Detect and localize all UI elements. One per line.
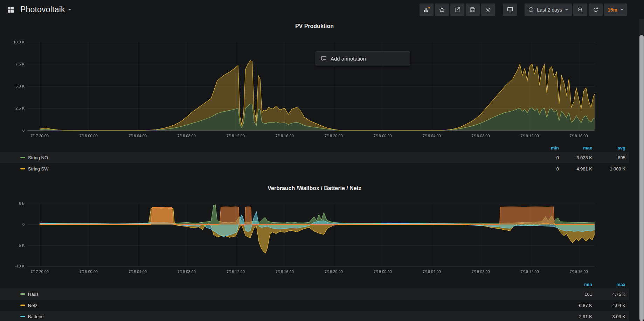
- series-name: Batterie: [28, 314, 44, 319]
- refresh-interval-button[interactable]: 15m: [604, 4, 627, 16]
- series-swatch: [20, 168, 25, 169]
- legend-col-avg: avg: [592, 145, 625, 151]
- panel-title-pv-produktion[interactable]: PV Produktion: [0, 23, 629, 29]
- comment-icon: [321, 56, 327, 62]
- legend-col-max: max: [592, 282, 625, 287]
- caret-down-icon: [565, 9, 568, 11]
- scrollbar-thumb[interactable]: [639, 35, 644, 321]
- save-button[interactable]: [466, 4, 480, 16]
- tv-mode-icon: [507, 6, 513, 13]
- series-max: 4.75 K: [592, 292, 625, 297]
- refresh-icon: [593, 7, 599, 13]
- zoom-out-button[interactable]: [573, 4, 587, 16]
- legend-col-max: max: [559, 145, 592, 151]
- tv-mode-button[interactable]: [503, 4, 517, 16]
- legend-col-min: min: [559, 282, 592, 287]
- navbar-right: Last 2 days 15m: [420, 4, 627, 16]
- top-navbar: Photovoltaik: [0, 0, 644, 19]
- add-annotation-menu-item[interactable]: Add annotation: [316, 51, 410, 65]
- panel-title-verbrauch[interactable]: Verbrauch /Wallbox / Batterie / Netz: [0, 185, 629, 191]
- pv-legend: min max avg String NO 0 3.023 K 895 Stri…: [0, 144, 629, 174]
- star-button[interactable]: [435, 4, 449, 16]
- gear-icon: [485, 7, 491, 13]
- series-avg: 895: [592, 155, 625, 160]
- legend-row-haus[interactable]: Haus 161 4.75 K: [0, 288, 629, 300]
- dashboard-title: Photovoltaik: [20, 5, 65, 14]
- series-min: -2.91 K: [559, 314, 592, 319]
- series-min: 0: [526, 166, 559, 172]
- refresh-interval-label: 15m: [608, 7, 617, 13]
- legend-row-string-no[interactable]: String NO 0 3.023 K 895: [0, 152, 629, 163]
- pv-produktion-chart[interactable]: [4, 37, 599, 142]
- time-range-label: Last 2 days: [537, 7, 562, 13]
- navbar-left: Photovoltaik: [6, 5, 71, 14]
- legend-row-string-sw[interactable]: String SW 0 4.981 K 1.009 K: [0, 163, 629, 174]
- vb-legend-header: min max: [0, 280, 629, 288]
- legend-row-netz[interactable]: Netz -6.87 K 4.04 K: [0, 300, 629, 311]
- caret-down-icon: [620, 9, 624, 11]
- series-name: String NO: [28, 155, 48, 160]
- dashboard-title-dropdown[interactable]: Photovoltaik: [20, 5, 71, 14]
- series-name: String SW: [28, 166, 49, 172]
- save-icon: [470, 7, 476, 13]
- series-max: 4.04 K: [592, 303, 625, 308]
- series-swatch: [20, 305, 25, 306]
- verbrauch-chart[interactable]: [4, 196, 599, 282]
- scrollbar-track[interactable]: [639, 19, 644, 321]
- series-swatch: [20, 293, 25, 295]
- legend-col-min: min: [526, 145, 559, 151]
- add-panel-button[interactable]: [420, 4, 434, 16]
- time-range-button[interactable]: Last 2 days: [525, 4, 572, 16]
- legend-row-batterie[interactable]: Batterie -2.91 K 3.03 K: [0, 311, 629, 321]
- series-min: -6.87 K: [559, 303, 592, 308]
- caret-down-icon: [68, 9, 71, 11]
- series-avg: 1.009 K: [592, 166, 625, 172]
- pv-legend-header: min max avg: [0, 144, 629, 152]
- refresh-button[interactable]: [589, 4, 603, 16]
- share-button[interactable]: [450, 4, 464, 16]
- series-max: 3.03 K: [592, 314, 625, 319]
- clock-icon: [528, 7, 534, 13]
- series-min: 0: [526, 155, 559, 160]
- star-icon: [440, 7, 445, 12]
- add-annotation-label: Add annotation: [331, 56, 366, 62]
- series-min: 161: [559, 292, 592, 297]
- settings-button[interactable]: [481, 4, 495, 16]
- series-max: 4.981 K: [559, 166, 592, 172]
- zoom-out-icon: [577, 7, 583, 13]
- verbrauch-legend: min max Haus 161 4.75 K Netz -6.87 K 4.0…: [0, 280, 629, 321]
- series-max: 3.023 K: [559, 155, 592, 160]
- series-swatch: [20, 157, 25, 158]
- series-swatch: [20, 316, 25, 317]
- share-icon: [454, 7, 461, 13]
- series-name: Haus: [28, 292, 39, 297]
- series-name: Netz: [28, 303, 37, 308]
- dashboard-grid-icon[interactable]: [6, 5, 15, 14]
